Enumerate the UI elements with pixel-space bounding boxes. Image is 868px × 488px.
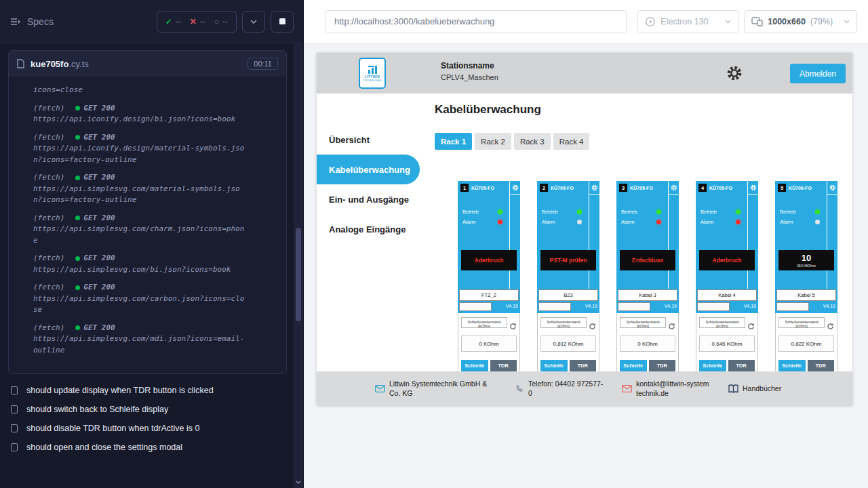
status-dot-icon [75, 176, 80, 180]
cable-name: Kabel 5 [776, 289, 836, 301]
iso-value: 10 [802, 253, 811, 262]
nav-item-kabelueberwachung[interactable]: Kabelüberwachung [317, 155, 420, 184]
refresh-icon[interactable] [827, 323, 834, 330]
fetch-log-entry[interactable]: (fetch)GET 200 https://api.simplesvg.com… [33, 253, 279, 275]
fetch-log-entry[interactable]: (fetch)GET 200 https://api.simplesvg.com… [33, 323, 279, 357]
schleife-button[interactable]: Schleife [699, 360, 726, 371]
firmware-version: V4.19 [665, 304, 677, 308]
device-settings-icon[interactable] [589, 181, 599, 195]
specs-toggle-button[interactable]: Specs [11, 16, 54, 27]
test-item[interactable]: should switch back to Schleife display [11, 400, 292, 419]
fetch-log-entry[interactable]: (fetch)GET 200 https://api.iconify.desig… [33, 132, 279, 166]
resistance-label: Schleifenwiderstand [kOhm] [461, 317, 507, 328]
nav-item-ein-ausgaenge[interactable]: Ein- und Ausgänge [317, 184, 432, 214]
app-main: Kabelüberwachung Rack 1 Rack 2 Rack 3 Ra… [432, 94, 852, 406]
tdr-button[interactable]: TDR [728, 360, 755, 371]
test-title: should switch back to Schleife display [26, 405, 168, 414]
betrieb-label: Betrieb [701, 209, 717, 215]
alarm-label: Alarm [542, 219, 555, 225]
device-settings-icon[interactable] [827, 181, 837, 195]
fetch-log-entry[interactable]: (fetch)GET 200 https://api.simplesvg.com… [33, 213, 279, 247]
scrollbar-thumb[interactable] [296, 228, 301, 321]
device-model: KÜ705-FO [709, 186, 732, 190]
betrieb-led [577, 209, 582, 214]
device-card: 1 KÜ705-FO Betrieb Alarm Aderbruch [458, 181, 520, 388]
mail-icon [622, 385, 632, 392]
nav-item-analoge-eingaenge[interactable]: Analoge Eingänge [317, 214, 432, 244]
firmware-version: V4.19 [506, 304, 518, 308]
fetch-log-entry[interactable]: (fetch)GET 200 https://api.simplesvg.com… [33, 172, 279, 206]
alarm-label: Alarm [462, 219, 476, 225]
device-settings-icon[interactable] [748, 181, 758, 195]
mini-display [538, 302, 571, 311]
chevron-down-icon [250, 20, 257, 24]
refresh-icon[interactable] [668, 323, 675, 330]
spec-file-header[interactable]: kue705fo.cy.ts 00:11 [9, 51, 286, 77]
tdr-button[interactable]: TDR [649, 360, 676, 371]
tab-rack-1[interactable]: Rack 1 [435, 133, 472, 150]
nav-item-uebersicht[interactable]: Übersicht [317, 125, 432, 155]
tab-rack-2[interactable]: Rack 2 [475, 133, 511, 150]
test-item[interactable]: should update display when TDR button is… [11, 381, 292, 400]
schleife-button[interactable]: Schleife [620, 360, 647, 371]
logout-button[interactable]: Abmelden [790, 64, 846, 83]
device-model: KÜ705-FO [471, 186, 494, 190]
url-input[interactable] [326, 10, 627, 33]
alarm-led [498, 220, 502, 224]
test-item[interactable]: should open and close the settings modal [11, 438, 292, 457]
fetch-log-entry[interactable]: (fetch)GET 200 https://api.simplesvg.com… [33, 282, 279, 316]
stop-button[interactable] [271, 11, 294, 33]
aut-stage: LITTWIN SYSTEMTECHNIK Stationsname CPLV4… [304, 43, 868, 488]
refresh-icon[interactable] [509, 323, 517, 330]
settings-gear-icon[interactable] [726, 65, 743, 81]
test-doc-icon [11, 424, 18, 432]
refresh-icon[interactable] [747, 323, 755, 330]
viewport-icon [751, 17, 763, 26]
footer-phone[interactable]: Telefon: 04402 972577-0 [515, 380, 604, 397]
tdr-button[interactable]: TDR [808, 360, 835, 371]
footer-email[interactable]: kontakt@littwin-systemtechnik.de [622, 380, 711, 397]
electron-icon [645, 16, 656, 27]
fetch-log-entry[interactable]: (fetch)GET 200 https://api.iconify.desig… [33, 103, 279, 125]
footer-manuals[interactable]: Handbücher [728, 384, 781, 393]
alarm-text: Erdschluss [632, 257, 663, 264]
schleife-button[interactable]: Schleife [540, 360, 568, 371]
tab-rack-4[interactable]: Rack 4 [553, 133, 590, 150]
collapse-button[interactable] [242, 11, 265, 33]
book-icon [728, 384, 738, 393]
betrieb-led [656, 209, 661, 214]
firmware-version: V4.19 [823, 304, 835, 308]
viewport-select[interactable]: 1000x660 (79%) [744, 10, 857, 33]
scroll-down-arrow[interactable] [294, 477, 303, 487]
stat-passed: ✓-- [165, 17, 181, 26]
chevron-down-icon [725, 20, 731, 24]
station-name: CPLV4_Maschen [441, 73, 498, 81]
tdr-button[interactable]: TDR [490, 360, 517, 371]
tab-rack-3[interactable]: Rack 3 [514, 133, 551, 150]
resistance-value: 0.812 KOhm [540, 336, 596, 352]
runner-scrollbar[interactable] [294, 43, 303, 488]
littwin-app: LITTWIN SYSTEMTECHNIK Stationsname CPLV4… [317, 53, 852, 406]
alarm-text: PST-M prüfen [550, 257, 587, 264]
tdr-button[interactable]: TDR [570, 360, 597, 371]
alarm-led [656, 220, 661, 224]
device-settings-icon[interactable] [669, 181, 679, 195]
device-card: 3 KÜ705-FO Betrieb Alarm Erdschluss [616, 181, 679, 388]
device-model: KÜ705-FO [551, 186, 574, 190]
alarm-display: Erdschluss [620, 250, 675, 270]
device-number-badge: 4 [698, 184, 707, 192]
alarm-text: Aderbruch [713, 257, 742, 264]
footer-company[interactable]: Littwin Systemtechnik GmbH & Co. KG [375, 380, 498, 397]
browser-select[interactable]: Electron 130 [637, 10, 738, 33]
test-title: should open and close the settings modal [26, 443, 182, 452]
device-number-badge: 5 [778, 184, 786, 192]
schleife-button[interactable]: Schleife [461, 360, 488, 371]
log-url: https://api.simplesvg.com/carbon.json?ic… [33, 293, 245, 316]
device-panel: 2 KÜ705-FO Betrieb Alarm PST-M prüfen [537, 181, 599, 313]
refresh-icon[interactable] [589, 323, 596, 330]
schleife-button[interactable]: Schleife [778, 360, 806, 371]
test-item[interactable]: should disable TDR button when tdrActive… [11, 419, 292, 438]
device-settings-icon[interactable] [510, 181, 520, 195]
mini-display [618, 302, 650, 311]
alarm-label: Alarm [780, 219, 793, 225]
